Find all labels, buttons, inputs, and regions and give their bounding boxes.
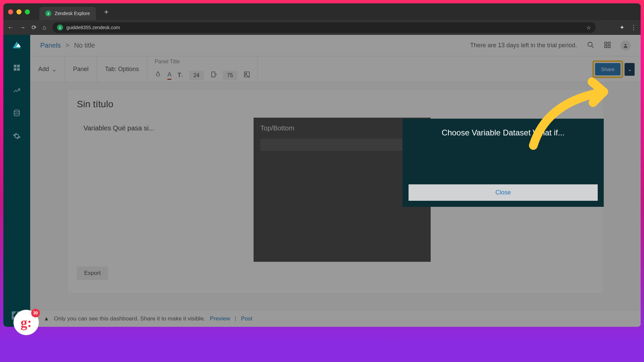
- guide-count-badge: 30: [31, 309, 40, 317]
- sidebar-datasets[interactable]: [10, 107, 23, 120]
- bookmark-icon[interactable]: ☆: [586, 24, 591, 31]
- close-window-icon[interactable]: [8, 9, 13, 14]
- url-bar[interactable]: z guidde8355.zendesk.com ☆: [52, 22, 596, 33]
- titlebar: z Zendesk Explore ＋: [3, 3, 641, 20]
- sidebar-reports[interactable]: [10, 84, 23, 97]
- svg-rect-3: [17, 68, 20, 71]
- guide-logo-icon: g:: [20, 315, 32, 330]
- main-area: Panels > No title There are 13 days left…: [30, 35, 641, 327]
- modal-title: Choose Variable Dataset What if...: [409, 128, 598, 137]
- forward-icon[interactable]: →: [19, 24, 25, 31]
- variable-dataset-modal: Choose Variable Dataset What if... Close: [402, 119, 604, 207]
- new-tab-button[interactable]: ＋: [103, 7, 110, 17]
- maximize-window-icon[interactable]: [25, 9, 30, 14]
- browser-window: z Zendesk Explore ＋ ← → ⟳ ⌂ z guidde8355…: [3, 3, 641, 327]
- modal-overlay: Choose Variable Dataset What if... Close: [30, 35, 641, 327]
- url-text: guidde8355.zendesk.com: [66, 25, 120, 30]
- minimize-window-icon[interactable]: [16, 9, 21, 14]
- sidebar-logo[interactable]: [10, 38, 23, 52]
- app-container: Panels > No title There are 13 days left…: [3, 35, 641, 327]
- sidebar-dashboards[interactable]: [10, 61, 23, 74]
- reload-icon[interactable]: ⟳: [32, 24, 37, 31]
- guide-badge[interactable]: g: 30: [13, 310, 39, 335]
- svg-rect-2: [14, 68, 16, 71]
- sidebar: [3, 35, 30, 327]
- url-favicon-icon: z: [57, 24, 63, 31]
- svg-point-4: [14, 110, 19, 112]
- browser-tab[interactable]: z Zendesk Explore: [39, 7, 96, 20]
- extensions-icon[interactable]: ✦: [620, 24, 625, 31]
- tab-favicon-icon: z: [45, 10, 51, 16]
- sidebar-settings[interactable]: [10, 129, 23, 143]
- window-controls: [8, 9, 30, 14]
- modal-close-button[interactable]: Close: [409, 184, 598, 201]
- back-icon[interactable]: ←: [7, 24, 13, 31]
- svg-rect-0: [14, 65, 16, 67]
- browser-menu-icon[interactable]: ⋮: [631, 24, 637, 31]
- tab-title: Zendesk Explore: [55, 11, 90, 16]
- browser-navbar: ← → ⟳ ⌂ z guidde8355.zendesk.com ☆ ✦ ⋮: [3, 20, 641, 35]
- svg-rect-1: [17, 65, 20, 67]
- home-icon[interactable]: ⌂: [43, 24, 46, 31]
